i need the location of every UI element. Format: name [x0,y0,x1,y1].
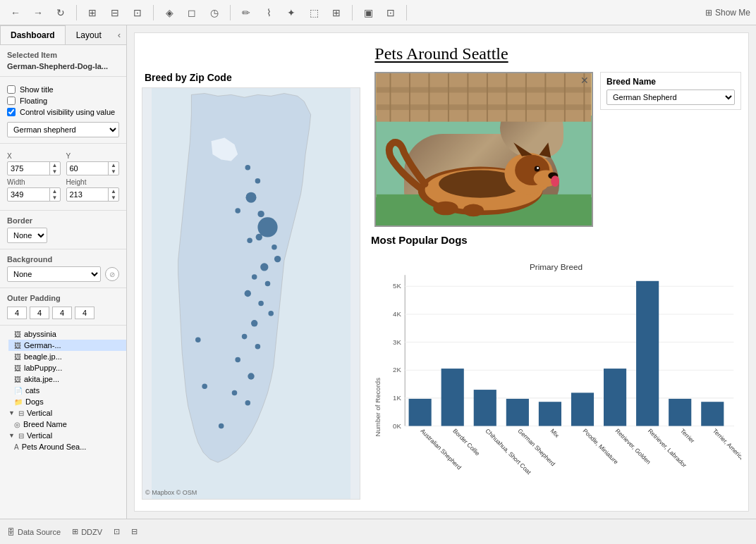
tab-dashboard[interactable]: Dashboard [0,25,66,44]
toolbar-btn-9[interactable]: ✦ [281,4,301,22]
toolbar-btn-3[interactable]: ⊡ [128,4,147,22]
toolbar-btn-2[interactable]: ⊟ [105,4,125,22]
bar-australian-shepherd [409,399,432,426]
dog-popup: ✕ [374,72,593,227]
control-visibility-checkbox[interactable] [7,108,16,116]
tree-item-abyssinia[interactable]: 🖼 abyssinia [8,328,126,340]
tree-label-dogs: Dogs [25,397,44,406]
width-down[interactable]: ▼ [50,194,60,201]
show-me-button[interactable]: ⊞ Show Me [705,8,750,18]
x-spinner: ▲ ▼ [49,162,60,175]
tree-label-vertical-1: Vertical [27,409,52,417]
bar-border-collie [441,369,464,426]
svg-point-1 [245,165,251,171]
sheet-label: DDZV [81,528,102,536]
width-up[interactable]: ▲ [50,188,60,194]
sheet-item[interactable]: ⊞ DDZV [72,527,102,536]
expand-icon-2: ▼ [8,432,16,439]
toolbar-btn-7[interactable]: ✏ [236,4,256,22]
tree-item-labpuppy[interactable]: 🖼 labPuppy... [8,362,126,373]
bar-terrier-pit-bull [701,402,724,426]
options-section: Show title Floating Control visibility u… [0,77,126,144]
tab-close-button[interactable]: ‹ [112,25,126,44]
toolbar-btn-10[interactable]: ⬚ [304,4,324,22]
tree-item-akita[interactable]: 🖼 akita.jpe... [8,373,126,385]
map-container[interactable]: .land{fill:#c8d8e8;stroke:#aaa;stroke-wi… [142,87,360,500]
tree-icon-vertical-2: ⊟ [18,432,24,440]
svg-point-19 [255,344,261,350]
width-input[interactable] [8,189,49,200]
height-input[interactable] [67,189,109,200]
y-down[interactable]: ▼ [109,168,118,175]
toolbar: ← → ↻ ⊞ ⊟ ⊡ ◈ ◻ ◷ ✏ ⌇ ✦ ⬚ ⊞ ▣ ⊡ ⊞ Show M… [0,0,756,25]
x-up[interactable]: ▲ [50,162,60,168]
height-up[interactable]: ▲ [109,188,118,194]
data-source-label: Data Source [18,528,61,536]
tree-label-vertical-2: Vertical [27,431,52,440]
padding-bottom[interactable] [52,307,72,319]
padding-right[interactable] [30,307,49,319]
toolbar-btn-6[interactable]: ◷ [205,4,224,22]
svg-text:Border Collie: Border Collie [451,427,481,457]
floating-checkbox[interactable] [7,97,16,105]
tree-item-cats[interactable]: 📄 cats [8,385,126,396]
tree-label-labpuppy: labPuppy... [24,364,62,372]
database-icon: 🗄 [7,528,15,536]
padding-top[interactable] [7,307,27,319]
show-me-label: Show Me [715,8,750,18]
tab-layout[interactable]: Layout [66,25,112,44]
tree-label-beagle: beagle.jp... [24,352,62,361]
height-down[interactable]: ▼ [109,194,118,201]
status-icon-1[interactable]: ⊡ [114,527,120,536]
bar-retriever-labrador [636,281,659,426]
breed-filter-select[interactable]: German Shepherd [606,89,735,105]
tree-item-pets-around[interactable]: A Pets Around Sea... [8,441,126,452]
background-row: None ⊘ [7,266,119,282]
toolbar-btn-13[interactable]: ⊡ [381,4,401,22]
wh-row: Width ▲ ▼ Height ▲ [7,178,119,202]
svg-point-10 [274,256,281,262]
data-source-item[interactable]: 🗄 Data Source [7,528,61,536]
toolbar-btn-4[interactable]: ◈ [159,4,179,22]
forward-button[interactable]: → [28,4,48,22]
chart-svg: Primary Breed Number of Records 0K 1K [371,247,741,499]
svg-point-12 [252,274,257,280]
tree-item-dogs[interactable]: 📁 Dogs [8,396,126,407]
status-icon-2[interactable]: ⊟ [131,527,138,536]
color-picker-button[interactable]: ⊘ [105,267,119,281]
breed-dropdown[interactable]: German shepherd [7,122,119,137]
svg-text:2K: 2K [393,366,401,373]
tree-item-german-shepherd[interactable]: 🖼 German-... [8,340,126,351]
background-select[interactable]: None [7,266,101,282]
bar-chihuahua [474,390,496,426]
toolbar-btn-8[interactable]: ⌇ [259,4,279,22]
x-input[interactable] [8,163,49,174]
selected-item-section: Selected Item German-Shepherd-Dog-la... [0,45,126,77]
tree-label-akita: akita.jpe... [24,375,59,383]
y-input[interactable] [67,163,109,174]
tree-item-vertical-1[interactable]: ▼ ⊟ Vertical [3,407,126,419]
map-svg: .land{fill:#c8d8e8;stroke:#aaa;stroke-wi… [142,88,360,499]
toolbar-btn-1[interactable]: ⊞ [83,4,102,22]
svg-text:Primary Breed: Primary Breed [530,262,583,271]
show-title-checkbox[interactable] [7,85,16,94]
toolbar-btn-5[interactable]: ◻ [182,4,202,22]
tree-item-breed-name[interactable]: ◎ Breed Name [8,419,126,430]
padding-left[interactable] [75,307,94,319]
y-field: Y ▲ ▼ [66,152,120,175]
popup-close-button[interactable]: ✕ [580,75,589,86]
toolbar-btn-11[interactable]: ⊞ [327,4,346,22]
breed-filter-panel: Breed Name German Shepherd [600,72,741,110]
x-down[interactable]: ▼ [50,168,60,175]
back-button[interactable]: ← [6,4,25,22]
toolbar-btn-12[interactable]: ▣ [358,4,378,22]
tree-item-beagle[interactable]: 🖼 beagle.jp... [8,351,126,362]
svg-text:1K: 1K [393,394,401,402]
y-up[interactable]: ▲ [109,162,118,168]
height-field: Height ▲ ▼ [66,178,120,202]
border-select[interactable]: None [7,228,47,243]
selected-value: German-Shepherd-Dog-la... [7,62,119,70]
separator-5 [406,5,407,20]
tree-item-vertical-2[interactable]: ▼ ⊟ Vertical [3,430,126,441]
refresh-button[interactable]: ↻ [51,4,71,22]
